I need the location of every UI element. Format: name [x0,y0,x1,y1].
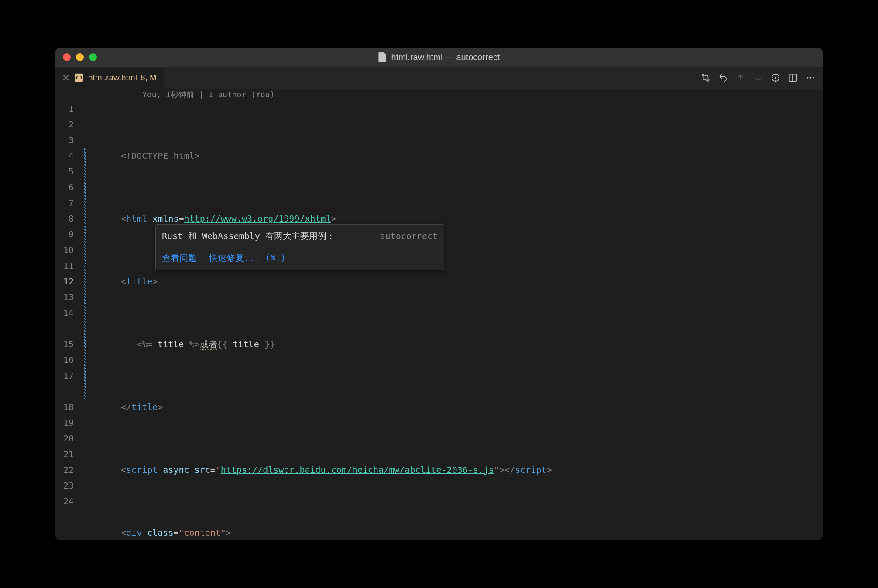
quick-fix-link[interactable]: 快速修复... (⌘.) [209,250,286,266]
line-number: 10 [55,242,74,258]
line-number: 8 [55,211,74,226]
diagnostic-hover-widget: Rust 和 WebAssembly 有两大主要用例： autocorrect … [155,224,444,270]
minimize-window-button[interactable] [76,53,84,61]
svg-point-4 [775,77,776,79]
svg-point-2 [707,79,709,81]
tab-git-status: 8, M [141,73,157,82]
tab-spacer [164,67,693,89]
line-number: 12 [55,273,74,289]
editor-area[interactable]: 1 2 3 4 5 6 7 8 9 10 11 12 13 14 15 16 1… [55,101,823,540]
titlebar: html.raw.html — autocorrect [55,48,823,67]
line-number: 19 [55,415,74,431]
hover-source-text: autocorrect [380,228,438,244]
prev-change-icon[interactable] [736,73,745,82]
window-title: html.raw.html — autocorrect [55,52,823,62]
line-number: 13 [55,289,74,305]
line-number [55,383,74,399]
svg-point-6 [807,77,808,78]
line-number: 2 [55,116,74,132]
git-compare-icon[interactable] [701,73,710,82]
svg-point-8 [813,77,814,78]
revert-icon[interactable] [718,73,728,82]
line-number: 16 [55,352,74,368]
line-number [55,321,74,336]
line-number: 6 [55,179,74,195]
window-title-text: html.raw.html — autocorrect [391,52,500,62]
line-number: 1 [55,101,74,116]
tab-bar: html.raw.html 8, M [55,67,823,89]
line-number: 15 [55,336,74,352]
code-content[interactable]: <!DOCTYPE html> <html xmlns=http://www.w… [88,101,823,540]
line-number: 4 [55,148,74,164]
editor-window: html.raw.html — autocorrect html.raw.htm… [55,48,823,540]
gutter-decoration [83,101,88,540]
close-window-button[interactable] [63,53,71,61]
view-problem-link[interactable]: 查看问题 [162,250,197,266]
line-number: 17 [55,368,74,383]
line-number-gutter: 1 2 3 4 5 6 7 8 9 10 11 12 13 14 15 16 1… [55,101,83,540]
line-number: 7 [55,195,74,211]
hover-message-row: Rust 和 WebAssembly 有两大主要用例： autocorrect [156,225,444,247]
line-number: 3 [55,132,74,148]
hover-message-text: Rust 和 WebAssembly 有两大主要用例： [162,228,335,244]
line-number: 23 [55,478,74,493]
svg-point-7 [809,77,811,78]
line-number: 9 [55,226,74,242]
html-file-icon [74,73,84,82]
line-number: 20 [55,431,74,446]
line-number: 21 [55,446,74,462]
split-editor-icon[interactable] [788,73,798,82]
editor-actions [693,67,823,89]
blame-header-text: You, 1秒钟前 | 1 author (You) [142,89,274,100]
line-number: 22 [55,462,74,478]
line-number: 5 [55,164,74,179]
line-number: 18 [55,399,74,415]
file-icon [378,52,387,62]
next-change-icon[interactable] [753,73,763,82]
tab-filename: html.raw.html [88,73,137,82]
svg-point-1 [702,74,704,76]
window-controls [63,53,97,61]
line-number: 14 [55,305,74,321]
toggle-blame-icon[interactable] [771,73,780,82]
line-number: 11 [55,258,74,273]
blame-header: You, 1秒钟前 | 1 author (You) [55,89,823,101]
line-number: 24 [55,493,74,509]
maximize-window-button[interactable] [89,53,97,61]
close-tab-icon[interactable] [62,74,70,82]
hover-actions-row: 查看问题 快速修复... (⌘.) [156,247,444,270]
more-actions-icon[interactable] [806,73,815,82]
editor-tab[interactable]: html.raw.html 8, M [55,67,164,89]
